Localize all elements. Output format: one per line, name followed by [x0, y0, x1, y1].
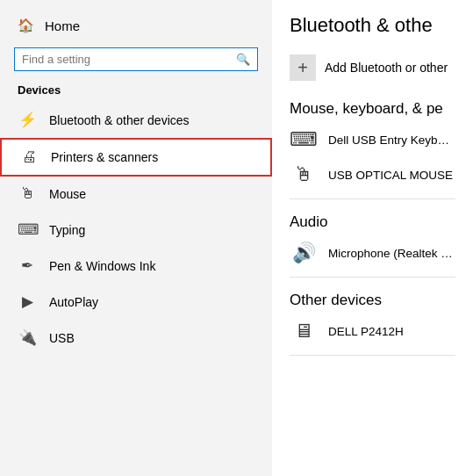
- section-divider-1: [290, 277, 455, 278]
- page-title: Bluetooth & othe: [290, 14, 455, 37]
- usb-icon: 🔌: [18, 328, 37, 347]
- search-box[interactable]: 🔍: [14, 47, 258, 71]
- bluetooth-icon: ⚡: [18, 111, 37, 129]
- home-label: Home: [45, 18, 80, 33]
- monitor-device-name: DELL P2412H: [328, 325, 404, 338]
- mic-device-icon: 🔊: [290, 242, 318, 264]
- keyboard-device-name: Dell USB Entry Keyboard: [328, 133, 455, 147]
- sidebar-section-label: Devices: [0, 80, 272, 102]
- device-row-keyboard[interactable]: ⌨Dell USB Entry Keyboard: [290, 128, 455, 151]
- mic-device-name: Microphone (Realtek Hig: [328, 247, 455, 260]
- section-divider-0: [290, 198, 455, 199]
- mouse-icon: 🖱: [18, 185, 37, 203]
- sidebar-item-autoplay[interactable]: ▶AutoPlay: [0, 284, 272, 320]
- printers-icon: 🖨: [19, 148, 39, 166]
- mouse-device-icon: 🖱: [290, 163, 318, 186]
- sidebar-item-label-pen: Pen & Windows Ink: [49, 259, 155, 273]
- device-row-monitor[interactable]: 🖥DELL P2412H: [290, 320, 455, 343]
- device-row-mouse[interactable]: 🖱USB OPTICAL MOUSE: [290, 163, 455, 186]
- section-title-1: Audio: [290, 213, 455, 231]
- add-device-button[interactable]: +: [290, 54, 316, 81]
- pen-icon: ✒: [18, 256, 37, 275]
- sidebar-item-printers[interactable]: 🖨Printers & scanners: [0, 138, 272, 177]
- sidebar-item-label-mouse: Mouse: [49, 187, 86, 201]
- nav-list: ⚡Bluetooth & other devices🖨Printers & sc…: [0, 102, 272, 356]
- sidebar-item-usb[interactable]: 🔌USB: [0, 320, 272, 356]
- typing-icon: ⌨: [18, 220, 37, 239]
- device-sections: Mouse, keyboard, & pe⌨Dell USB Entry Key…: [290, 100, 455, 356]
- search-input[interactable]: [22, 53, 231, 66]
- add-device-label: Add Bluetooth or other: [325, 61, 448, 75]
- sidebar-item-mouse[interactable]: 🖱Mouse: [0, 177, 272, 212]
- search-icon: 🔍: [236, 53, 250, 66]
- device-row-mic[interactable]: 🔊Microphone (Realtek Hig: [290, 242, 455, 264]
- sidebar-item-label-usb: USB: [49, 331, 75, 345]
- main-content: Bluetooth & othe + Add Bluetooth or othe…: [272, 0, 473, 476]
- sidebar-item-pen[interactable]: ✒Pen & Windows Ink: [0, 248, 272, 284]
- monitor-device-icon: 🖥: [290, 320, 318, 343]
- sidebar-item-label-typing: Typing: [49, 223, 85, 237]
- section-title-0: Mouse, keyboard, & pe: [290, 100, 455, 118]
- sidebar-item-label-bluetooth: Bluetooth & other devices: [49, 113, 190, 127]
- sidebar-item-label-printers: Printers & scanners: [51, 150, 158, 164]
- add-device-row: + Add Bluetooth or other: [290, 54, 455, 81]
- sidebar-item-typing[interactable]: ⌨Typing: [0, 212, 272, 248]
- section-title-2: Other devices: [290, 292, 455, 309]
- sidebar-item-bluetooth[interactable]: ⚡Bluetooth & other devices: [0, 102, 272, 138]
- keyboard-device-icon: ⌨: [290, 128, 318, 151]
- mouse-device-name: USB OPTICAL MOUSE: [328, 169, 453, 182]
- sidebar: 🏠 Home 🔍 Devices ⚡Bluetooth & other devi…: [0, 0, 272, 476]
- sidebar-item-label-autoplay: AutoPlay: [49, 295, 98, 309]
- section-divider-2: [290, 355, 455, 356]
- home-icon: 🏠: [18, 18, 34, 33]
- autoplay-icon: ▶: [18, 292, 37, 311]
- sidebar-home-item[interactable]: 🏠 Home: [0, 9, 272, 42]
